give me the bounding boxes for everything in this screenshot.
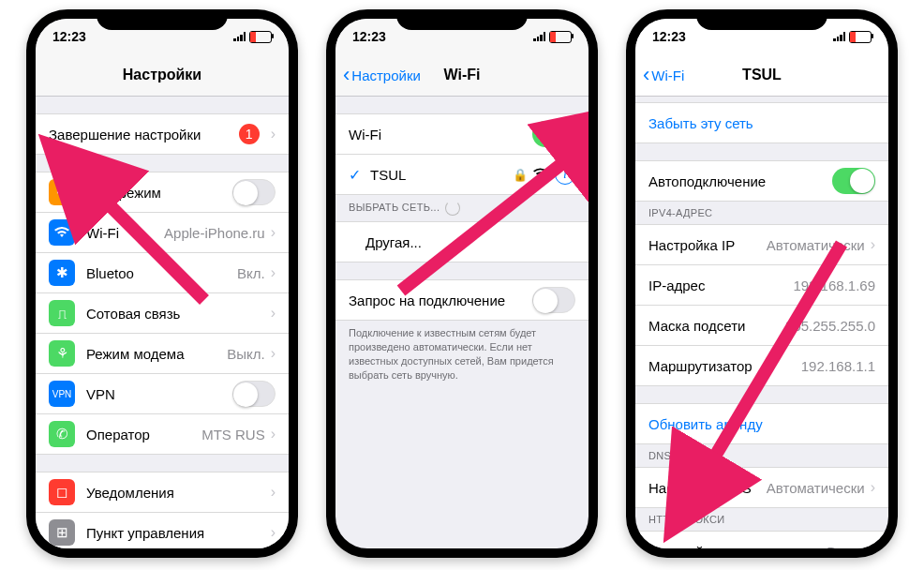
notch (696, 9, 827, 30)
ip-value: 192.168.1.69 (793, 278, 875, 293)
chevron-right-icon: › (271, 524, 276, 541)
nav-header: ‹Wi-Fi TSUL (635, 54, 888, 97)
wifi-icon (49, 219, 75, 246)
renew-lease-row[interactable]: Обновить аренду (635, 403, 888, 444)
notifications-icon: ◻ (49, 479, 75, 505)
content[interactable]: Завершение настройки 1 › ✈ Авиарежим Wi-… (36, 97, 289, 548)
lock-icon: 🔒 (513, 168, 528, 182)
vpn-label: VPN (86, 386, 232, 402)
connected-network-row[interactable]: ✓ TSUL 🔒 i (335, 155, 589, 195)
proxy-label: Настройка прокси (648, 544, 827, 549)
choose-network-header: ВЫБРАТЬ СЕТЬ... (335, 195, 589, 221)
screen: 12:23 ‹Настройки Wi-Fi Wi-Fi ✓ TSUL 🔒 (335, 19, 589, 548)
notch (396, 9, 528, 30)
status-right (533, 31, 572, 43)
router-row: Маршрутизатор 192.168.1.1 (635, 346, 888, 386)
proxy-header: HTTP-ПРОКСИ (635, 508, 888, 531)
other-network-row[interactable]: Другая... (335, 221, 589, 262)
configure-ip-value: Автоматически (767, 237, 865, 253)
status-time: 12:23 (652, 29, 686, 44)
back-button[interactable]: ‹Wi-Fi (643, 63, 684, 87)
chevron-right-icon: › (271, 426, 276, 442)
badge: 1 (239, 124, 260, 144)
page-title: Wi-Fi (444, 67, 481, 83)
chevron-left-icon: ‹ (643, 63, 649, 87)
ipv4-header: IPV4-АДРЕС (635, 202, 888, 224)
cellular-row[interactable]: ⎍ Сотовая связь › (36, 293, 289, 334)
bluetooth-detail: Вкл. (237, 265, 265, 281)
hotspot-row[interactable]: ⚘ Режим модема Выкл. › (36, 334, 289, 374)
status-right (233, 31, 272, 43)
chevron-right-icon: › (271, 224, 276, 241)
control-center-row[interactable]: ⊞ Пункт управления › (36, 513, 289, 548)
hotspot-icon: ⚘ (49, 340, 75, 367)
notifications-row[interactable]: ◻ Уведомления › (36, 472, 289, 513)
carrier-label: Оператор (86, 427, 201, 442)
battery-icon (849, 31, 872, 43)
forget-network-row[interactable]: Забыть эту сеть (635, 102, 888, 143)
bluetooth-label: Bluetoo (86, 265, 237, 281)
vpn-row[interactable]: VPN VPN (36, 374, 289, 414)
finish-setup-label: Завершение настройки (49, 127, 239, 142)
chevron-left-icon: ‹ (343, 63, 350, 87)
airplane-toggle[interactable] (232, 179, 276, 205)
airplane-row[interactable]: ✈ Авиарежим (36, 172, 289, 213)
autojoin-row[interactable]: Автоподключение (635, 160, 888, 202)
info-icon[interactable]: i (555, 164, 575, 185)
spinner-icon (445, 201, 460, 216)
carrier-icon: ✆ (49, 421, 75, 447)
chevron-right-icon: › (271, 126, 276, 142)
chevron-right-icon: › (271, 264, 276, 281)
page-title: TSUL (742, 67, 782, 83)
network-name: TSUL (370, 167, 513, 183)
mask-label: Маска подсети (648, 318, 785, 334)
vpn-icon: VPN (49, 381, 75, 407)
back-label: Настройки (351, 68, 421, 83)
configure-ip-row[interactable]: Настройка IP Автоматически › (635, 224, 888, 265)
proxy-value: Выкл. (827, 544, 864, 549)
dns-header: DNS (635, 444, 888, 467)
signal-icon (833, 32, 845, 41)
chevron-right-icon: › (871, 479, 875, 496)
wifi-row[interactable]: Wi-Fi Apple-iPhone.ru › (36, 213, 289, 253)
finish-setup-row[interactable]: Завершение настройки 1 › (36, 113, 289, 155)
battery-icon (249, 31, 272, 43)
bluetooth-row[interactable]: ✱ Bluetoo Вкл. › (36, 253, 289, 293)
mask-value: 255.255.255.0 (785, 318, 875, 334)
ip-label: IP-адрес (648, 278, 793, 293)
autojoin-label: Автоподключение (648, 173, 832, 189)
configure-ip-label: Настройка IP (648, 237, 767, 253)
ask-toggle[interactable] (532, 287, 575, 313)
status-right (833, 31, 872, 43)
phone-wifi-list: 12:23 ‹Настройки Wi-Fi Wi-Fi ✓ TSUL 🔒 (326, 9, 598, 558)
configure-dns-row[interactable]: Настройка DNS Автоматически › (635, 467, 888, 508)
chevron-right-icon: › (271, 484, 276, 501)
chevron-right-icon: › (271, 305, 276, 322)
back-button[interactable]: ‹Настройки (343, 63, 421, 87)
dns-value: Автоматически (767, 480, 865, 496)
content[interactable]: Забыть эту сеть Автоподключение IPV4-АДР… (635, 97, 888, 548)
phone-settings: 12:23 Настройки Завершение настройки 1 ›… (26, 9, 298, 558)
wifi-label: Wi-Fi (349, 127, 532, 142)
router-label: Маршрутизатор (648, 358, 801, 374)
control-icon: ⊞ (49, 519, 75, 546)
vpn-toggle[interactable] (232, 381, 276, 407)
dns-label: Настройка DNS (648, 480, 767, 496)
signal-icon (533, 32, 545, 41)
ask-label: Запрос на подключение (349, 292, 532, 308)
signal-icon (233, 32, 246, 41)
wifi-toggle-row[interactable]: Wi-Fi (335, 113, 589, 155)
check-icon: ✓ (349, 166, 361, 184)
wifi-label: Wi-Fi (86, 225, 164, 241)
notifications-label: Уведомления (86, 485, 265, 501)
ask-to-join-row[interactable]: Запрос на подключение (335, 279, 589, 321)
content[interactable]: Wi-Fi ✓ TSUL 🔒 i ВЫБРАТЬ СЕТЬ... Другая.… (335, 97, 589, 548)
wifi-toggle[interactable] (532, 121, 575, 147)
autojoin-toggle[interactable] (832, 168, 875, 194)
configure-proxy-row[interactable]: Настройка прокси Выкл. › (635, 531, 888, 548)
forget-label: Забыть эту сеть (648, 115, 875, 131)
airplane-label: Авиарежим (86, 185, 232, 201)
nav-header: Настройки (36, 54, 289, 97)
carrier-row[interactable]: ✆ Оператор MTS RUS › (36, 414, 289, 455)
wifi-detail: Apple-iPhone.ru (164, 225, 265, 241)
